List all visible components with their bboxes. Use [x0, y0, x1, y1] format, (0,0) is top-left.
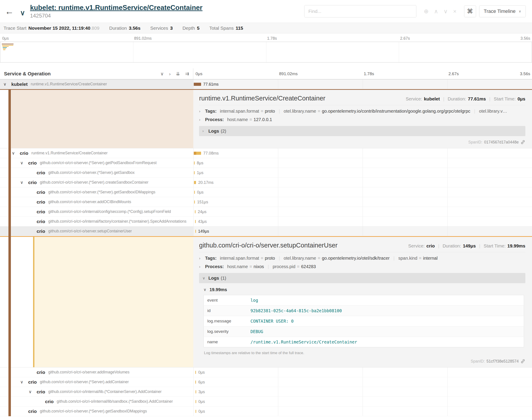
span-bar[interactable] — [195, 210, 196, 213]
process-accordion[interactable]: ›Process:host.name=127.0.0.1 — [199, 117, 525, 122]
span-timeline-cell[interactable]: 77.61ms — [193, 79, 532, 89]
process-accordion[interactable]: ›Process:host.name=nixos|process.pid=624… — [199, 264, 525, 269]
span-row[interactable]: criogithub.com/cri-o/cri-o/server.(*Serv… — [0, 187, 532, 197]
span-row[interactable]: criogithub.com/cri-o/cri-o/server.addOCI… — [0, 197, 532, 207]
span-name-cell[interactable]: ∨criogithub.com/cri-o/cri-o/internal/lib… — [0, 387, 193, 396]
double-chevron-down-icon[interactable]: ⇊ — [176, 71, 180, 76]
span-row[interactable]: criogithub.com/cri-o/cri-o/server.(*Serv… — [0, 168, 532, 178]
chevron-right-icon: › — [199, 265, 203, 269]
span-bar[interactable] — [194, 83, 201, 86]
keyboard-shortcuts-button[interactable]: ⌘ — [464, 5, 476, 17]
span-timeline-cell[interactable]: 77.08ms — [193, 148, 532, 158]
span-bar[interactable] — [194, 171, 195, 174]
row-expander-icon[interactable]: ∨ — [12, 150, 20, 156]
log-field-value: 92b82381-025c-4a64-815c-ba2e1bb08100 — [247, 306, 524, 316]
row-expander-icon[interactable]: ∨ — [20, 180, 28, 185]
trace-collapse-chevron-icon[interactable]: ∨ — [20, 9, 25, 17]
span-timeline-cell[interactable]: 0μs — [193, 187, 532, 197]
span-name-cell[interactable]: criogithub.com/cri-o/cri-o/internal/fact… — [0, 217, 193, 226]
span-name-cell[interactable]: ∨crioruntime.v1.RuntimeService/CreateCon… — [0, 148, 193, 158]
span-duration-label: 6μs — [198, 380, 205, 384]
row-expander-icon[interactable]: ∨ — [20, 160, 28, 165]
span-timeline-cell[interactable]: 0μs — [193, 367, 532, 377]
row-expander-icon[interactable]: ∨ — [3, 82, 11, 87]
span-name-cell[interactable]: ∨criogithub.com/cri-o/cri-o/server.(*Ser… — [0, 377, 193, 387]
tags-accordion[interactable]: ›Tags:internal.span.format=proto|otel.li… — [199, 109, 525, 114]
span-timeline-cell[interactable]: 6μs — [193, 377, 532, 387]
span-name-cell[interactable]: ∨criogithub.com/cri-o/cri-o/server.(*Ser… — [0, 158, 193, 168]
span-row[interactable]: criogithub.com/cri-o/cri-o/internal/fact… — [0, 217, 532, 226]
span-bar[interactable] — [194, 191, 195, 194]
equals-sign: = — [250, 117, 252, 122]
span-timeline-cell[interactable]: 151μs — [193, 197, 532, 207]
span-name-cell[interactable]: criogithub.com/cri-o/cri-o/server.(*Serv… — [0, 187, 193, 197]
span-name-cell[interactable]: ∨kubeletruntime.v1.RuntimeService/Create… — [0, 79, 193, 89]
span-bar[interactable] — [196, 390, 196, 393]
span-name-cell[interactable]: criogithub.com/cri-o/cri-o/internal/lib/… — [0, 397, 193, 406]
row-expander-icon[interactable]: ∨ — [29, 389, 37, 394]
minimap-span-strip — [2, 45, 13, 46]
span-bar[interactable] — [196, 410, 196, 413]
span-timeline-cell[interactable]: 24μs — [193, 207, 532, 216]
span-row[interactable]: criogithub.com/cri-o/cri-o/server.addIma… — [0, 367, 532, 377]
span-name-cell[interactable]: criogithub.com/cri-o/cri-o/internal/conf… — [0, 207, 193, 216]
span-row[interactable]: ∨kubeletruntime.v1.RuntimeService/Create… — [0, 79, 532, 89]
chevron-down-icon[interactable]: ∨ — [160, 71, 164, 76]
span-timeline-cell[interactable]: 43μs — [193, 217, 532, 226]
span-row[interactable]: criogithub.com/cri-o/cri-o/internal/conf… — [0, 207, 532, 217]
span-bar[interactable] — [194, 181, 196, 184]
log-entry-time[interactable]: ∨19.99ms — [203, 287, 525, 292]
span-timeline-cell[interactable]: 20.17ms — [193, 178, 532, 187]
span-row[interactable]: ∨crioruntime.v1.RuntimeService/CreateCon… — [0, 148, 532, 158]
next-result-icon[interactable]: ∨ — [443, 8, 448, 15]
logs-accordion[interactable]: ›Logs(2) — [199, 126, 525, 136]
trace-title-link[interactable]: kubelet: runtime.v1.RuntimeService/Creat… — [30, 4, 203, 12]
span-timeline-cell[interactable]: 8μs — [193, 158, 532, 168]
span-row[interactable]: criogithub.com/cri-o/cri-o/server.(*Serv… — [0, 406, 532, 416]
logs-accordion[interactable]: ∨Logs(1) — [199, 273, 525, 283]
span-bar[interactable] — [195, 230, 196, 233]
row-expander-icon[interactable]: ∨ — [20, 379, 28, 385]
span-link-icon[interactable] — [520, 140, 525, 145]
logs-count: (1) — [221, 276, 226, 281]
span-timeline-cell[interactable]: 149μs — [193, 226, 532, 236]
span-timeline-cell[interactable]: 0μs — [193, 406, 532, 416]
prev-result-icon[interactable]: ∧ — [434, 8, 438, 15]
minimap-canvas[interactable] — [0, 42, 532, 62]
span-timeline-cell[interactable]: 0μs — [193, 397, 532, 406]
chevron-right-icon[interactable]: › — [169, 71, 171, 76]
span-bar[interactable] — [196, 400, 196, 403]
span-bar[interactable] — [194, 152, 201, 155]
tag-value: go.opentelemetry.io/contrib/instrumentat… — [322, 109, 470, 114]
span-link-icon[interactable] — [520, 359, 525, 364]
span-name-cell[interactable]: criogithub.com/cri-o/cri-o/server.(*Serv… — [0, 406, 193, 416]
span-name-cell[interactable]: criogithub.com/cri-o/cri-o/server.setupC… — [0, 226, 193, 236]
span-row[interactable]: ∨criogithub.com/cri-o/cri-o/server.(*Ser… — [0, 158, 532, 168]
span-name-cell[interactable]: criogithub.com/cri-o/cri-o/server.addIma… — [0, 367, 193, 377]
back-arrow-icon[interactable]: ← — [5, 6, 14, 16]
span-bar[interactable] — [195, 220, 196, 223]
accordion-label: Process: — [205, 264, 224, 269]
span-name-cell[interactable]: criogithub.com/cri-o/cri-o/server.(*Serv… — [0, 168, 193, 177]
span-bar[interactable] — [195, 371, 196, 374]
focus-span-icon[interactable]: ⊕ — [424, 8, 429, 15]
span-duration-label: 24μs — [198, 209, 206, 214]
span-timeline-cell[interactable]: 1μs — [193, 168, 532, 177]
span-row[interactable]: ∨criogithub.com/cri-o/cri-o/internal/lib… — [0, 387, 532, 397]
span-name-cell[interactable]: criogithub.com/cri-o/cri-o/server.addOCI… — [0, 197, 193, 207]
span-row[interactable]: ∨criogithub.com/cri-o/cri-o/server.(*Ser… — [0, 377, 532, 387]
span-bar[interactable] — [195, 380, 196, 384]
span-bar[interactable] — [194, 200, 195, 204]
find-input[interactable] — [304, 5, 416, 17]
clear-search-icon[interactable]: × — [453, 8, 456, 15]
span-bar[interactable] — [194, 162, 195, 165]
double-chevron-right-icon[interactable]: ⇉ — [185, 71, 189, 76]
span-timeline-cell[interactable]: 3μs — [193, 387, 532, 396]
span-row[interactable]: ∨criogithub.com/cri-o/cri-o/server.(*Ser… — [0, 178, 532, 187]
tags-accordion[interactable]: ›Tags:internal.span.format=proto|otel.li… — [199, 256, 525, 261]
span-name-cell[interactable]: ∨criogithub.com/cri-o/cri-o/server.(*Ser… — [0, 178, 193, 187]
log-field-value: DEBUG — [247, 326, 524, 337]
trace-view-selector[interactable]: Trace Timeline ∨ — [479, 5, 526, 17]
span-row[interactable]: criogithub.com/cri-o/cri-o/server.setupC… — [0, 226, 532, 236]
span-row[interactable]: criogithub.com/cri-o/cri-o/internal/lib/… — [0, 397, 532, 406]
